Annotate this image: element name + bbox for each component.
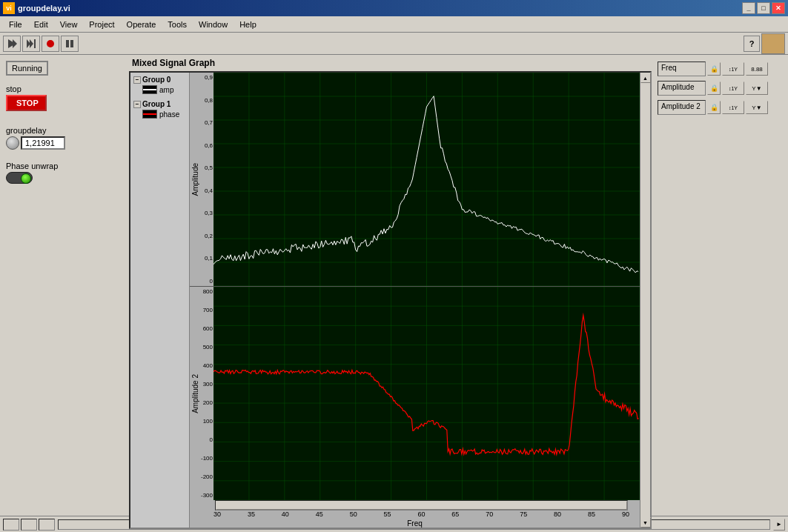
maximize-button[interactable]: □ <box>757 2 770 14</box>
bottom-yaxis: Amplitude 2 800 700 600 500 400 300 200 … <box>190 287 213 500</box>
menu-tools[interactable]: Tools <box>162 19 193 30</box>
legend-item-phase: phase <box>142 110 186 119</box>
menu-operate[interactable]: Operate <box>121 19 162 30</box>
amplitude2-label-container: Amplitude 2 <box>190 287 200 500</box>
groupdelay-display: 1,21991 <box>6 136 120 150</box>
amplitude-range-button[interactable]: Y▼ <box>746 82 768 95</box>
legend-swatch-amp <box>142 85 157 94</box>
svg-rect-7 <box>70 40 73 47</box>
run-button[interactable] <box>3 36 21 52</box>
freq-axis-label: Freq <box>658 61 706 76</box>
graph-inner: Amplitude 0,9 0,8 0,7 0,6 0,5 0,4 0,3 0,… <box>190 73 640 528</box>
legend-group-0-name: Group 0 <box>142 76 170 84</box>
app-icon: vi <box>3 2 15 14</box>
top-plot-container: Amplitude 0,9 0,8 0,7 0,6 0,5 0,4 0,3 0,… <box>190 73 640 287</box>
amplitude-axis-control: Amplitude 🔒 ↕1Y Y▼ <box>658 80 785 96</box>
bottom-plot-container: Amplitude 2 800 700 600 500 400 300 200 … <box>190 287 640 500</box>
stop-button[interactable]: STOP <box>6 95 47 111</box>
user-icon <box>761 33 785 54</box>
freq-axis-control: Freq 🔒 ↕1Y 8.88 <box>658 61 785 77</box>
amplitude2-label: Amplitude 2 <box>191 374 199 413</box>
running-badge: Running <box>6 61 120 76</box>
amplitude-zoom-button[interactable]: ↕1Y <box>722 82 744 95</box>
scroll-down-button[interactable]: ▼ <box>640 517 651 528</box>
amplitude2-lock-button[interactable]: 🔒 <box>707 101 721 114</box>
legend-group-1-header: − Group 1 <box>133 100 186 108</box>
scrollbar-h[interactable] <box>215 500 628 511</box>
groupdelay-value[interactable]: 1,21991 <box>21 136 65 150</box>
top-canvas <box>213 73 640 286</box>
status-icon1 <box>3 519 19 531</box>
freq-range-button[interactable]: 8.88 <box>746 62 768 76</box>
svg-marker-1 <box>13 39 17 48</box>
legend-label-amp: amp <box>159 86 173 94</box>
stop-label: stop <box>6 84 21 93</box>
menu-bar: File Edit View Project Operate Tools Win… <box>0 16 788 33</box>
svg-marker-3 <box>30 39 33 48</box>
status-left <box>3 519 55 531</box>
phase-unwrap-toggle[interactable] <box>6 172 33 184</box>
bottom-canvas <box>213 287 640 500</box>
amplitude2-axis-control: Amplitude 2 🔒 ↕1Y Y▼ <box>658 99 785 116</box>
status-icon2 <box>21 519 37 531</box>
menu-window[interactable]: Window <box>193 19 234 30</box>
chart-title: Mixed Signal Graph <box>132 58 652 68</box>
main-area: Running stop STOP groupdelay 1,21991 Pha… <box>0 55 788 516</box>
groupdelay-label: groupdelay <box>6 126 120 135</box>
legend-label-phase: phase <box>159 110 179 119</box>
menu-view[interactable]: View <box>54 19 84 30</box>
abort-button[interactable] <box>42 36 59 52</box>
chart-area: Mixed Signal Graph − Group 0 amp − <box>126 55 655 516</box>
toolbar: ? <box>0 33 788 55</box>
minimize-button[interactable]: _ <box>742 2 755 14</box>
legend-group-1: − Group 1 phase <box>133 100 186 119</box>
amplitude-lock-button[interactable]: 🔒 <box>707 82 721 95</box>
amplitude2-axis-label: Amplitude 2 <box>658 100 706 115</box>
legend-expand-0[interactable]: − <box>133 76 141 84</box>
mixed-signal-graph[interactable]: − Group 0 amp − Group 1 phase <box>129 71 652 529</box>
run-continuously-button[interactable] <box>22 36 40 52</box>
xtick-container: 30 35 40 45 50 55 60 65 70 75 80 85 <box>213 511 629 518</box>
scroll-up-button[interactable]: ▲ <box>640 73 651 83</box>
status-icon3 <box>39 519 55 531</box>
legend-group-0-header: − Group 0 <box>133 76 186 84</box>
scroll-right-button[interactable]: ► <box>773 519 785 531</box>
left-panel: Running stop STOP groupdelay 1,21991 Pha… <box>0 55 126 516</box>
menu-help[interactable]: Help <box>234 19 262 30</box>
right-controls: Freq 🔒 ↕1Y 8.88 Amplitude 🔒 ↕1Y Y▼ Ampli… <box>655 55 788 516</box>
phase-section: Phase unwrap <box>6 162 120 184</box>
menu-project[interactable]: Project <box>83 19 120 30</box>
groupdelay-section: groupdelay 1,21991 <box>6 126 120 150</box>
pause-button[interactable] <box>61 36 79 52</box>
svg-rect-6 <box>66 40 69 47</box>
legend-group-0: − Group 0 amp <box>133 76 186 94</box>
top-yaxis: Amplitude 0,9 0,8 0,7 0,6 0,5 0,4 0,3 0,… <box>190 73 213 286</box>
svg-rect-4 <box>34 39 36 48</box>
amplitude-label-container: Amplitude <box>190 73 200 286</box>
bottom-yticks: 800 700 600 500 400 300 200 100 0 -100 -… <box>200 287 213 500</box>
legend-expand-1[interactable]: − <box>133 101 141 108</box>
freq-lock-button[interactable]: 🔒 <box>707 62 721 76</box>
freq-zoom-button[interactable]: ↕1Y <box>722 62 744 76</box>
amplitude-label: Amplitude <box>191 163 199 196</box>
top-yticks: 0,9 0,8 0,7 0,6 0,5 0,4 0,3 0,2 0,1 0 <box>200 73 213 286</box>
toggle-knob <box>21 173 31 184</box>
menu-edit[interactable]: Edit <box>28 19 54 30</box>
stop-section: stop STOP <box>6 84 120 111</box>
amplitude2-range-button[interactable]: Y▼ <box>746 101 768 114</box>
svg-point-5 <box>47 40 54 47</box>
close-button[interactable]: ✕ <box>772 2 785 14</box>
vertical-scrollbar[interactable]: ▲ ▼ <box>640 73 650 528</box>
legend-swatch-phase <box>142 110 157 119</box>
help-button[interactable]: ? <box>744 36 760 52</box>
window-title: groupdelay.vi <box>18 4 70 13</box>
phase-label: Phase unwrap <box>6 162 120 170</box>
title-bar: vi groupdelay.vi _ □ ✕ <box>0 0 788 16</box>
amplitude2-zoom-button[interactable]: ↕1Y <box>722 101 744 114</box>
groupdelay-knob[interactable] <box>6 136 19 150</box>
legend-group-1-name: Group 1 <box>142 100 170 108</box>
legend-item-amp: amp <box>142 85 186 94</box>
menu-file[interactable]: File <box>3 19 28 30</box>
amplitude-axis-label: Amplitude <box>658 81 706 96</box>
freq-xlabel-area: Freq <box>190 519 640 528</box>
